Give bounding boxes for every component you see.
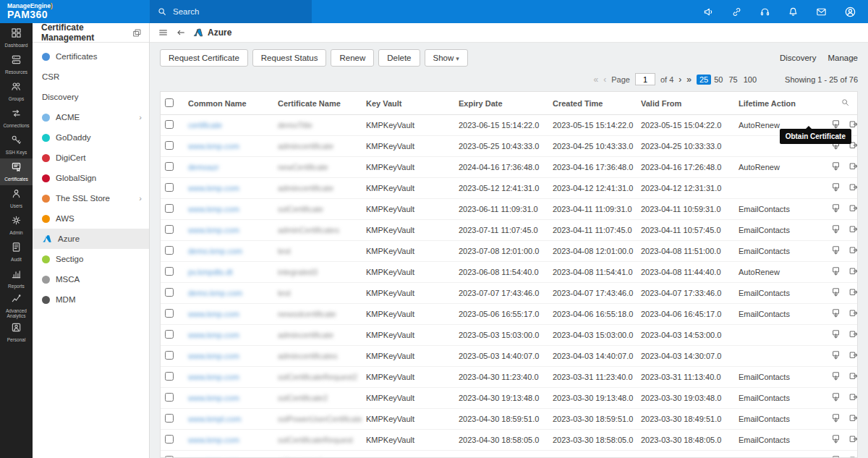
first-page-icon[interactable]: « — [594, 75, 599, 85]
page-size-100[interactable]: 100 — [741, 75, 760, 85]
submenu-item-godaddy[interactable]: GoDaddy — [33, 127, 149, 148]
common-name-link[interactable]: www.kmp.com — [184, 220, 273, 241]
obtain-certificate-icon[interactable] — [831, 350, 841, 360]
column-header-key-vault[interactable]: Key Vault — [362, 92, 454, 115]
push-certificate-icon[interactable] — [848, 224, 857, 234]
common-name-link[interactable]: www.kmp.com — [184, 367, 273, 388]
table-search-icon[interactable] — [841, 98, 850, 107]
obtain-certificate-icon[interactable] — [831, 203, 841, 213]
obtain-certificate-icon[interactable] — [831, 266, 841, 276]
row-checkbox[interactable] — [165, 351, 174, 360]
obtain-certificate-icon[interactable] — [831, 161, 841, 171]
push-certificate-icon[interactable] — [848, 182, 857, 192]
submenu-item-acme[interactable]: ACME› — [33, 107, 149, 127]
submenu-item-azure[interactable]: Azure — [33, 229, 149, 249]
column-header-valid-from[interactable]: Valid From — [637, 92, 734, 115]
row-checkbox[interactable] — [165, 162, 174, 171]
request-status-button[interactable]: Request Status — [252, 49, 327, 67]
submenu-item-discovery[interactable]: Discovery — [33, 87, 149, 107]
sidebar-item-certificates[interactable]: Certificates — [0, 158, 33, 185]
brand-logo[interactable]: ManageEngine) PAM360 — [0, 3, 150, 20]
page-size-25[interactable]: 25 — [697, 75, 711, 85]
push-certificate-icon[interactable] — [848, 350, 857, 360]
common-name-link[interactable]: www.kmp.com — [184, 178, 273, 199]
push-certificate-icon[interactable] — [848, 203, 857, 213]
row-checkbox[interactable] — [165, 393, 174, 402]
row-checkbox[interactable] — [165, 309, 174, 318]
next-page-icon[interactable]: › — [678, 75, 681, 85]
column-header-certificate-name[interactable]: Certificate Name — [273, 92, 362, 115]
push-certificate-icon[interactable] — [848, 434, 857, 444]
back-arrow-icon[interactable] — [176, 27, 186, 38]
mail-icon[interactable] — [816, 7, 827, 17]
common-name-link[interactable]: demo.kmp.com — [184, 241, 273, 262]
select-all-checkbox[interactable] — [165, 98, 174, 107]
push-certificate-icon[interactable] — [848, 329, 857, 339]
page-size-75[interactable]: 75 — [726, 75, 740, 85]
obtain-certificate-icon[interactable] — [831, 371, 841, 381]
row-checkbox[interactable] — [165, 414, 174, 423]
column-header-common-name[interactable]: Common Name — [184, 92, 273, 115]
push-certificate-icon[interactable] — [848, 245, 857, 255]
prev-page-icon[interactable]: ‹ — [603, 75, 606, 85]
row-checkbox[interactable] — [165, 246, 174, 255]
submenu-item-msca[interactable]: MSCA — [33, 269, 149, 289]
delete-button[interactable]: Delete — [378, 49, 420, 67]
obtain-certificate-icon[interactable] — [831, 287, 841, 297]
obtain-certificate-icon[interactable] — [831, 224, 841, 234]
row-checkbox[interactable] — [165, 204, 174, 213]
column-header-created-time[interactable]: Created Time — [548, 92, 637, 115]
row-checkbox[interactable] — [165, 372, 174, 381]
obtain-certificate-icon[interactable] — [831, 413, 841, 423]
row-checkbox[interactable] — [165, 267, 174, 276]
resource-link-icon[interactable] — [731, 7, 742, 17]
profile-icon[interactable] — [844, 6, 856, 18]
collapse-menu-icon[interactable] — [158, 27, 169, 38]
common-name-link[interactable]: www.kmp.com — [184, 388, 273, 409]
obtain-certificate-icon[interactable] — [831, 245, 841, 255]
sidebar-item-admin[interactable]: Admin — [0, 212, 33, 239]
sidebar-item-users[interactable]: Users — [0, 185, 33, 212]
submenu-item-sectigo[interactable]: Sectigo — [33, 249, 149, 269]
row-checkbox[interactable] — [165, 435, 174, 444]
sidebar-item-groups[interactable]: Groups — [0, 78, 33, 105]
sidebar-item-resources[interactable]: Resources — [0, 51, 33, 78]
row-checkbox[interactable] — [165, 330, 174, 339]
sidebar-item-dashboard[interactable]: Dashboard — [0, 25, 33, 51]
row-checkbox[interactable] — [165, 141, 174, 150]
page-size-50[interactable]: 50 — [711, 75, 726, 85]
common-name-link[interactable]: pv.kmpdts.dt — [184, 262, 273, 283]
obtain-certificate-icon[interactable] — [831, 308, 841, 318]
show-button[interactable]: Show▾ — [425, 49, 468, 67]
common-name-link[interactable]: demoazr — [184, 157, 273, 178]
support-icon[interactable] — [760, 7, 770, 17]
common-name-link[interactable]: www.kmp.com — [184, 136, 273, 157]
notifications-icon[interactable] — [788, 7, 799, 17]
row-checkbox[interactable] — [165, 183, 174, 192]
common-name-link[interactable]: www.kmp.com — [184, 199, 273, 220]
row-checkbox[interactable] — [165, 225, 174, 234]
push-certificate-icon[interactable] — [848, 161, 857, 171]
discovery-link[interactable]: Discovery — [780, 54, 816, 62]
common-name-link[interactable]: www.kmp.com — [184, 451, 273, 458]
announcement-icon[interactable] — [703, 7, 714, 17]
sidebar-item-connections[interactable]: Connections — [0, 105, 33, 132]
submenu-item-mdm[interactable]: MDM — [33, 289, 149, 310]
obtain-certificate-icon[interactable] — [831, 392, 841, 402]
common-name-link[interactable]: www.kmpl.com — [184, 409, 273, 430]
push-certificate-icon[interactable] — [848, 119, 857, 130]
submenu-item-the-ssl-store[interactable]: The SSL Store› — [33, 188, 149, 208]
search-input[interactable] — [173, 7, 289, 16]
push-certificate-icon[interactable] — [848, 392, 857, 402]
common-name-link[interactable]: www.kmp.com — [184, 325, 273, 346]
sidebar-item-advanced-analytics[interactable]: Advanced Analytics — [0, 292, 33, 319]
common-name-link[interactable]: www.kmp.com — [184, 304, 273, 325]
sidebar-item-ssh-keys[interactable]: SSH Keys — [0, 132, 33, 158]
manage-link[interactable]: Manage — [827, 54, 858, 62]
push-certificate-icon[interactable] — [848, 308, 857, 318]
obtain-certificate-icon[interactable] — [831, 119, 841, 130]
row-checkbox[interactable] — [165, 288, 174, 297]
request-certificate-button[interactable]: Request Certificate — [160, 49, 248, 67]
page-number-input[interactable] — [635, 73, 655, 85]
obtain-certificate-icon[interactable] — [831, 182, 841, 192]
